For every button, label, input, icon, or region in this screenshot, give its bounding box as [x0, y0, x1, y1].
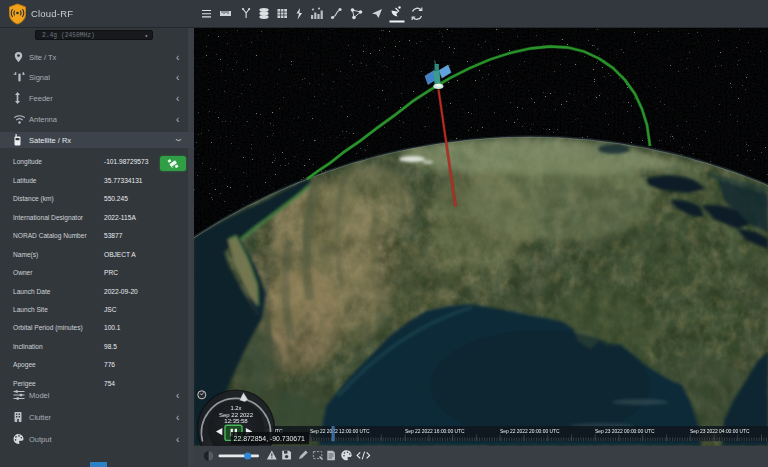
svg-text:Sep 22 2022 20:00:00 UTC: Sep 22 2022 20:00:00 UTC — [500, 429, 560, 434]
svg-text:Sep 22 2022 12:00:00 UTC: Sep 22 2022 12:00:00 UTC — [310, 429, 370, 434]
svg-text:1.2x: 1.2x — [231, 405, 242, 411]
svg-text:Sep 22 2022 16:00:00 UTC: Sep 22 2022 16:00:00 UTC — [405, 429, 465, 434]
svg-text:22.872854, -90.730671: 22.872854, -90.730671 — [234, 435, 305, 442]
svg-text:Sep 23 2022 00:00:00 UTC: Sep 23 2022 00:00:00 UTC — [595, 429, 655, 434]
svg-text:12:35:58: 12:35:58 — [224, 418, 248, 424]
svg-text:Sep 23 2022 04:00:00 UTC: Sep 23 2022 04:00:00 UTC — [690, 429, 750, 434]
